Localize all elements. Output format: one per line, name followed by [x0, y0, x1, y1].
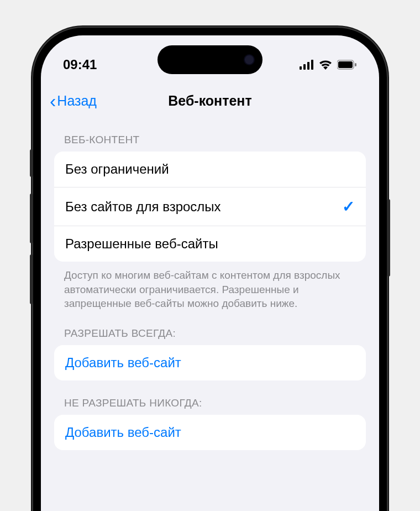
battery-icon — [337, 60, 357, 70]
section-header-never-allow: НЕ РАЗРЕШАТЬ НИКОГДА: — [54, 380, 366, 415]
svg-rect-6 — [355, 63, 356, 66]
add-website-label: Добавить веб-сайт — [65, 425, 181, 440]
wifi-icon — [318, 60, 333, 70]
power-button — [387, 199, 390, 277]
dynamic-island — [158, 45, 262, 74]
web-content-options: Без ограничений Без сайтов для взрослых … — [54, 152, 366, 262]
phone-frame: 09:41 — [33, 28, 387, 511]
always-allow-group: Добавить веб-сайт — [54, 345, 366, 380]
option-allowed-only[interactable]: Разрешенные веб-сайты — [54, 226, 366, 262]
status-time: 09:41 — [63, 57, 129, 72]
content: ВЕБ-КОНТЕНТ Без ограничений Без сайтов д… — [41, 117, 379, 450]
svg-rect-0 — [300, 66, 302, 70]
cellular-signal-icon — [300, 60, 314, 70]
add-website-deny-button[interactable]: Добавить веб-сайт — [54, 415, 366, 450]
never-allow-group: Добавить веб-сайт — [54, 415, 366, 450]
section-header-always-allow: РАЗРЕШАТЬ ВСЕГДА: — [54, 311, 366, 345]
option-label: Разрешенные веб-сайты — [65, 236, 218, 252]
camera-dot — [244, 54, 255, 65]
screen: 09:41 — [41, 35, 379, 511]
back-button[interactable]: ‹ Назад — [50, 91, 97, 110]
back-label: Назад — [57, 93, 97, 109]
add-website-allow-button[interactable]: Добавить веб-сайт — [54, 345, 366, 380]
option-unrestricted[interactable]: Без ограничений — [54, 152, 366, 187]
volume-down-button — [30, 254, 33, 304]
svg-rect-3 — [311, 60, 313, 70]
svg-rect-2 — [307, 62, 309, 70]
volume-up-button — [30, 194, 33, 243]
section-header-web-content: ВЕБ-КОНТЕНТ — [54, 117, 366, 152]
mute-switch — [30, 149, 33, 177]
chevron-left-icon: ‹ — [50, 91, 56, 110]
option-label: Без сайтов для взрослых — [65, 199, 221, 215]
svg-rect-1 — [303, 64, 306, 70]
section-footer-web-content: Доступ ко многим веб-сайтам с контентом … — [54, 262, 366, 311]
navigation-bar: ‹ Назад Веб-контент — [41, 84, 379, 117]
checkmark-icon: ✓ — [342, 197, 355, 216]
svg-rect-5 — [338, 61, 353, 68]
status-icons — [291, 60, 357, 70]
add-website-label: Добавить веб-сайт — [65, 355, 181, 371]
option-label: Без ограничений — [65, 161, 169, 177]
option-limit-adult[interactable]: Без сайтов для взрослых ✓ — [54, 187, 366, 226]
